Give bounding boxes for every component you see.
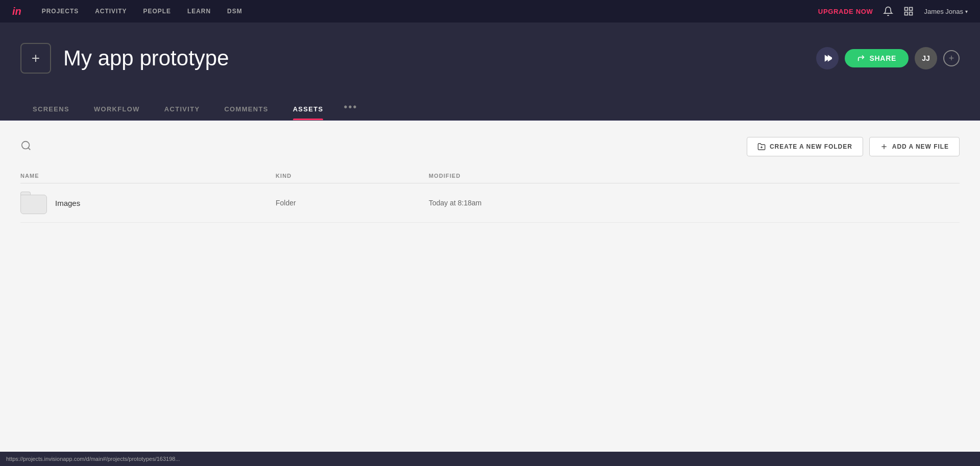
create-folder-label: CREATE A NEW FOLDER: [770, 143, 852, 150]
nav-link-dsm[interactable]: DSM: [227, 8, 242, 15]
user-menu[interactable]: James Jonas ▾: [924, 8, 968, 15]
grid-icon-button[interactable]: [903, 6, 914, 16]
search-box: [20, 140, 32, 154]
svg-point-6: [22, 141, 30, 149]
col-header-kind: KIND: [276, 173, 429, 179]
col-header-modified: MODIFIED: [429, 173, 960, 179]
status-bar: https://projects.invisionapp.com/d/main#…: [0, 452, 980, 466]
project-title: My app prototype: [63, 46, 804, 71]
svg-rect-0: [905, 8, 908, 11]
chevron-down-icon: ▾: [965, 9, 968, 14]
nav-links: PROJECTS ACTIVITY PEOPLE LEARN DSM: [42, 8, 802, 15]
row-name-cell: Images: [20, 192, 276, 214]
tab-activity[interactable]: ACTIVITY: [152, 105, 212, 120]
row-name-label: Images: [55, 199, 80, 207]
avatar[interactable]: JJ: [915, 47, 937, 69]
add-user-button[interactable]: +: [943, 50, 960, 66]
table-header: NAME KIND MODIFIED: [20, 173, 960, 183]
tab-screens[interactable]: SCREENS: [20, 105, 82, 120]
toolbar-actions: CREATE A NEW FOLDER ADD A NEW FILE: [747, 137, 960, 156]
nav-right: UPGRADE NOW James Jonas ▾: [818, 6, 968, 16]
more-tabs-button[interactable]: •••: [335, 101, 365, 120]
col-header-name: NAME: [20, 173, 276, 179]
folder-icon: [20, 192, 47, 214]
content-area: CREATE A NEW FOLDER ADD A NEW FILE NAME …: [0, 121, 980, 466]
tab-assets[interactable]: ASSETS: [281, 105, 336, 120]
tab-bar: SCREENS WORKFLOW ACTIVITY COMMENTS ASSET…: [0, 94, 980, 121]
search-icon: [20, 140, 32, 154]
top-nav: in PROJECTS ACTIVITY PEOPLE LEARN DSM UP…: [0, 0, 980, 22]
row-modified-cell: Today at 8:18am: [429, 199, 960, 207]
add-screen-button[interactable]: +: [20, 43, 51, 74]
tab-workflow[interactable]: WORKFLOW: [82, 105, 152, 120]
svg-rect-1: [910, 8, 913, 11]
preview-button[interactable]: [816, 47, 839, 69]
nav-link-people[interactable]: PEOPLE: [143, 8, 171, 15]
nav-link-learn[interactable]: LEARN: [187, 8, 211, 15]
table-row[interactable]: Images Folder Today at 8:18am: [20, 183, 960, 223]
project-header: + My app prototype SHARE JJ +: [0, 22, 980, 94]
add-file-label: ADD A NEW FILE: [892, 143, 949, 150]
add-file-button[interactable]: ADD A NEW FILE: [869, 137, 960, 156]
svg-marker-5: [828, 55, 832, 62]
svg-rect-3: [910, 12, 913, 15]
upgrade-now-button[interactable]: UPGRADE NOW: [818, 8, 873, 15]
notifications-button[interactable]: [883, 6, 893, 16]
content-toolbar: CREATE A NEW FOLDER ADD A NEW FILE: [20, 137, 960, 156]
svg-rect-2: [905, 12, 908, 15]
row-kind-cell: Folder: [276, 199, 429, 207]
logo[interactable]: in: [12, 6, 21, 17]
share-button[interactable]: SHARE: [845, 49, 909, 67]
svg-line-7: [28, 148, 30, 150]
status-url: https://projects.invisionapp.com/d/main#…: [6, 456, 180, 462]
nav-link-projects[interactable]: PROJECTS: [42, 8, 79, 15]
create-folder-button[interactable]: CREATE A NEW FOLDER: [747, 137, 863, 156]
nav-link-activity[interactable]: ACTIVITY: [95, 8, 127, 15]
tab-comments[interactable]: COMMENTS: [212, 105, 280, 120]
header-actions: SHARE JJ +: [816, 47, 960, 69]
